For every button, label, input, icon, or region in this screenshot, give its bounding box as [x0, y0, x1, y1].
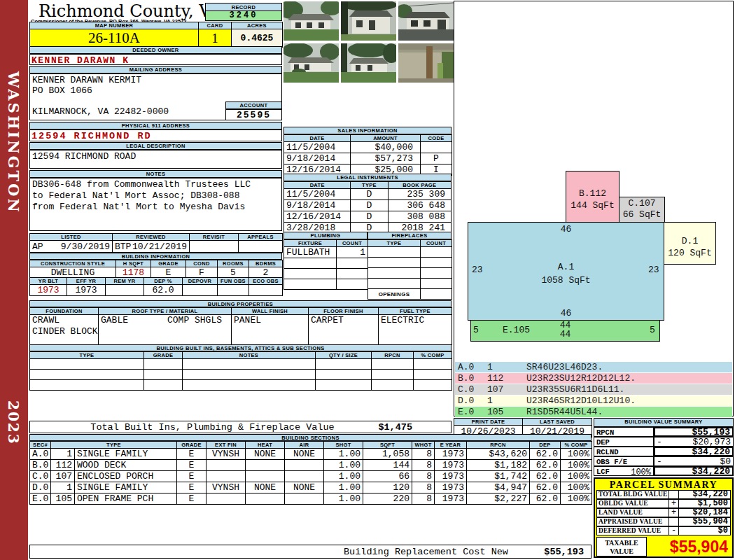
dep-pct-value: 62.0	[144, 285, 183, 296]
fireplaces-table: TYPECOUNT OPENINGS	[368, 239, 452, 300]
map-number: 26-110A	[30, 29, 199, 48]
sales-code-label: CODE	[421, 135, 452, 142]
table-row: E.0105OPEN FRAME PCHE1.0022081973$2,2276…	[30, 493, 592, 505]
card-number: 1	[199, 29, 232, 48]
legal-instruments-table: DATE TYPE BOOK PAGE 11/5/2004D235 309 9/…	[284, 181, 451, 234]
grade-label: GRADE	[151, 260, 186, 267]
property-photo[interactable]	[284, 1, 339, 41]
floor-finish-value: CARPET	[309, 315, 379, 345]
physical-address-value: 12594 RICHMOND RD	[29, 130, 282, 141]
building-info-table-2: YR BLT EFF YR REM YR DEP % DEPOVR FUN OB…	[29, 277, 283, 296]
revisit-value	[190, 241, 239, 253]
review-table: LISTED REVIEWED REVISIT APPEALS AP9/30/2…	[29, 233, 283, 253]
table-row: RPCN $55,193	[594, 427, 734, 437]
builtins-grade-label: GRADE	[144, 352, 183, 359]
replacement-cost-row: Building Replacement Cost New $55,193	[29, 545, 592, 559]
building-value-summary-title: BUILDING VALUE SUMMARY	[594, 418, 734, 427]
table-row: DEFERRED VALUE - $0	[596, 526, 731, 536]
property-record-card: WASHINGTON 2023 Richmond County, Virgini…	[0, 0, 735, 560]
sketch-a-label: A.1	[468, 262, 664, 272]
instrument-date-label: DATE	[284, 182, 351, 189]
builtins-total-row: Total Built Ins, Plumbing & Fireplace Va…	[29, 421, 451, 433]
construction-style-label: CONSTRUCTION STYLE	[30, 260, 116, 267]
property-photo[interactable]	[398, 1, 454, 41]
appeals-value	[239, 241, 283, 253]
builtins-rpcn-label: RPCN	[372, 352, 414, 359]
remyr-value	[106, 285, 144, 296]
sketch-section-b: B.112144 SqFt	[566, 171, 620, 223]
physical-address-label: PHYSICAL 911 ADDRESS	[29, 122, 282, 130]
table-row: 9/18/2014D306 648	[284, 200, 451, 211]
building-info-table-1: CONSTRUCTION STYLE H SQFT GRADE COND ROO…	[29, 260, 283, 279]
legend-row-d: D.01U23R46SR12D10L12U10.	[455, 396, 732, 406]
reviewed-label: REVIEWED	[113, 234, 190, 241]
depovr-value	[183, 285, 218, 296]
mailing-line-1: KENNER DARAWN KERMIT	[32, 75, 279, 85]
foundation-value: CRAWL CINDER BLOCK	[30, 315, 99, 345]
rooms-label: ROOMS	[218, 260, 249, 267]
table-row: OBS F/E -$0	[594, 456, 734, 466]
replacement-cost-value: $55,193	[544, 547, 584, 557]
legend-row-a: A.01SR46U23L46D23.	[455, 362, 732, 372]
table-row: RCLND $34,220	[594, 447, 734, 456]
dimension-a-top: 46	[468, 224, 664, 234]
appeals-label: APPEALS	[239, 234, 283, 241]
table-row: DEP -$20,973	[594, 437, 734, 447]
deeded-owner-value: KENNER DARAWN K	[29, 54, 282, 65]
builtins-type-label: TYPE	[30, 352, 144, 359]
fireplaces-title: FIREPLACES	[368, 232, 451, 239]
funobs-label: FUN OBS	[218, 278, 249, 285]
sales-amount-label: AMOUNT	[351, 135, 421, 142]
table-row: C.0107ENCLOSED PORCHE1.006681973$1,74262…	[30, 471, 592, 482]
legend-row-e: E.0105R1SD5R44U5L44.	[455, 407, 732, 417]
plumbing-table: FIXTURECOUNT FULLBATH1	[284, 239, 368, 290]
fuel-type-value: ELECTRIC	[379, 315, 452, 345]
property-photo[interactable]	[284, 43, 339, 83]
builtins-total-label: Total Built Ins, Plumbing & Fireplace Va…	[79, 422, 346, 433]
county-title: Richmond County, Virginia	[38, 1, 206, 19]
map-card-acres-table: MAP NUMBER CARD ACRES 26-110A 1 0.4625	[29, 22, 283, 48]
hsqft-label: H SQFT	[116, 260, 151, 267]
table-row: 9/18/2014$57,273P	[284, 153, 452, 164]
plumbing-count: 1	[337, 247, 368, 258]
ecoobs-label: ECO OBS	[249, 278, 283, 285]
legend-row-c: C.0107U23R35SU6R11D6L11.	[455, 384, 732, 395]
instrument-bookpage-label: BOOK PAGE	[388, 182, 451, 189]
deeded-owner-label: DEEDED OWNER	[29, 46, 282, 54]
dep-pct-label: DEP %	[144, 278, 183, 285]
mailing-address-label: MAILING ADDRESS	[29, 66, 282, 74]
mailing-line-2: PO BOX 1066	[32, 85, 279, 96]
listed-value: AP9/30/2019	[30, 241, 113, 253]
taxable-value-label: TAXABLE VALUE	[596, 537, 647, 556]
account-label: ACCOUNT	[225, 102, 282, 109]
built-ins-table: TYPE GRADE NOTES QTY / SIZE RPCN % COMP	[29, 351, 452, 391]
record-value: 3240	[205, 11, 282, 21]
table-row: APPRAISED VALUE $55,904	[596, 517, 731, 526]
district-label: WASHINGTON	[5, 71, 22, 214]
table-row: 11/5/2004D235 309	[284, 189, 451, 200]
notes-line-3: from Federal Nat'l Mort to Myesha Davis	[32, 202, 279, 213]
wall-finish-label: WALL FINISH	[232, 308, 309, 315]
plumbing-title: PLUMBING	[284, 232, 368, 239]
table-row: D.01SINGLE FAMILYEVYNSHNONENONE1.0012081…	[30, 482, 592, 493]
property-photo[interactable]	[341, 1, 396, 41]
legal-instruments-title: LEGAL INSTRUMENTS	[284, 174, 451, 181]
property-photo[interactable]	[341, 43, 396, 83]
building-sections-title: BUILDING SECTIONS	[29, 434, 592, 441]
sales-table: DATE AMOUNT CODE 11/5/2004$40,000 9/18/2…	[284, 134, 452, 176]
sketch-section-d: D.1120 SqFt	[664, 222, 716, 265]
building-information-title: BUILDING INFORMATION	[29, 253, 282, 260]
yrblt-label: YR BLT	[30, 278, 67, 285]
property-photo[interactable]	[398, 43, 454, 83]
builtins-comp-label: % COMP	[414, 352, 452, 359]
notes-label: NOTES	[29, 170, 282, 178]
funobs-value	[218, 285, 249, 296]
effyr-label: EFF YR	[67, 278, 106, 285]
depovr-label: DEPOVR	[183, 278, 218, 285]
legend-row-b: B.0112U23R23SU12R12D12L12.	[455, 373, 732, 384]
map-number-label: MAP NUMBER	[30, 22, 199, 29]
table-row: LCF100% $34,220	[594, 466, 734, 476]
builtins-notes-label: NOTES	[183, 352, 316, 359]
roof-label: ROOF TYPE / MATERIAL	[99, 308, 232, 315]
effyr-value: 1973	[67, 285, 106, 296]
